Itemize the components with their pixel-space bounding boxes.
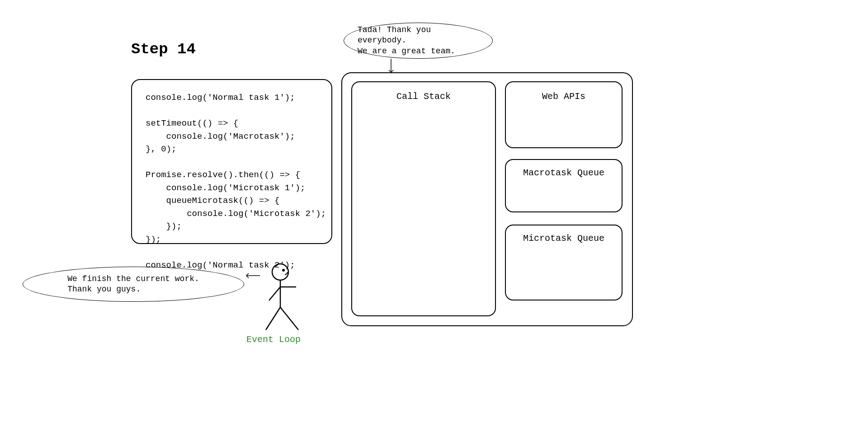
- svg-line-5: [269, 287, 280, 300]
- step-title: Step 14: [131, 41, 196, 58]
- web-apis-box: Web APIs: [505, 81, 623, 148]
- speech-bubble-top-text: Tada! Thank you everybody. We are a grea…: [358, 25, 479, 56]
- microtask-queue-box: Microtask Queue: [505, 225, 623, 300]
- code-block: console.log('Normal task 1'); setTimeout…: [131, 79, 332, 244]
- svg-line-8: [280, 307, 298, 330]
- macrotask-queue-label: Macrotask Queue: [523, 168, 604, 178]
- call-stack-label: Call Stack: [396, 91, 451, 102]
- svg-line-7: [266, 307, 280, 330]
- stick-figure-icon: [258, 262, 312, 334]
- speech-bubble-left-text: We finish the current work. Thank you gu…: [67, 274, 199, 295]
- speech-bubble-left: We finish the current work. Thank you gu…: [23, 267, 244, 302]
- macrotask-queue-box: Macrotask Queue: [505, 159, 623, 212]
- microtask-queue-label: Microtask Queue: [523, 233, 604, 244]
- runtime-container: Call Stack Web APIs Macrotask Queue Micr…: [341, 72, 633, 326]
- figure-label: Event Loop: [246, 334, 301, 345]
- call-stack-box: Call Stack: [351, 81, 496, 316]
- svg-point-3: [282, 269, 285, 272]
- speech-bubble-top: Tada! Thank you everybody. We are a grea…: [344, 23, 493, 59]
- web-apis-label: Web APIs: [542, 91, 585, 102]
- svg-point-2: [272, 264, 288, 280]
